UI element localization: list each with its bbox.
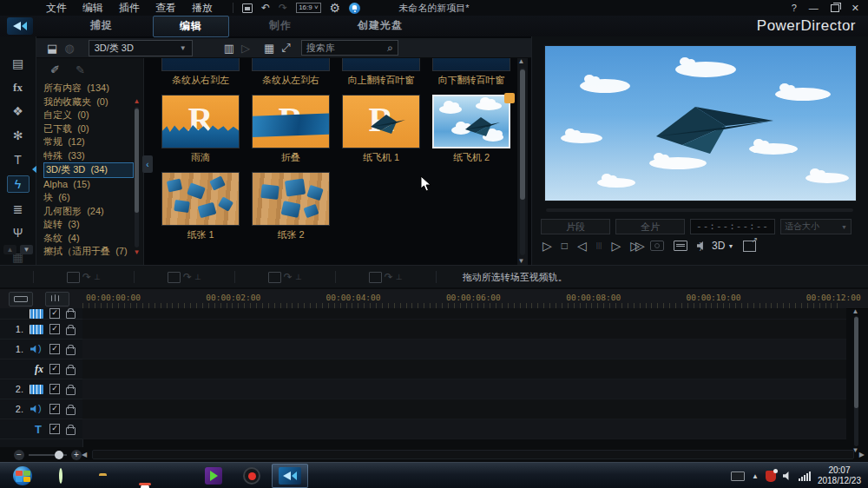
- directorzone-globe-icon[interactable]: ◍: [64, 42, 74, 55]
- track-lock-icon[interactable]: [66, 367, 76, 375]
- category-custom[interactable]: 自定义 (0): [43, 109, 134, 122]
- range-select-button[interactable]: [45, 292, 69, 307]
- tab-edit[interactable]: 编辑: [153, 16, 229, 37]
- track-lock-icon[interactable]: [66, 327, 76, 335]
- rail-scroll-down[interactable]: ▼: [20, 245, 33, 254]
- track-video-2[interactable]: 2. ✓: [0, 379, 82, 399]
- particle-room-icon[interactable]: ✻: [8, 128, 29, 144]
- save-icon[interactable]: [242, 3, 253, 13]
- category-alpha[interactable]: Alpha (15): [43, 178, 134, 192]
- tray-expand-icon[interactable]: ▲: [752, 472, 759, 480]
- track-enable-checkbox[interactable]: ✓: [49, 384, 60, 394]
- tab-produce[interactable]: 制作: [243, 16, 318, 37]
- track-enable-checkbox[interactable]: ✓: [49, 344, 60, 354]
- category-favorites[interactable]: 我的收藏夹 (0): [43, 96, 134, 109]
- scroll-right-arrow[interactable]: ▶: [859, 451, 865, 458]
- pip-objects-room-icon[interactable]: ❖: [8, 103, 29, 120]
- play-button[interactable]: ▷: [542, 240, 552, 252]
- taskbar-media-player[interactable]: [195, 464, 232, 488]
- taskbar-explorer[interactable]: [81, 464, 117, 488]
- title-room-icon[interactable]: T: [8, 151, 29, 168]
- menu-plugins[interactable]: 插件: [111, 1, 148, 16]
- zoom-in-button[interactable]: +: [71, 450, 82, 460]
- fit-size-dropdown[interactable]: 适合大小▼: [780, 219, 852, 234]
- timeline-vertical-scrollbar[interactable]: ▲ ▼: [852, 308, 861, 454]
- stop-button[interactable]: □: [562, 241, 568, 251]
- taskbar-firefox[interactable]: [157, 464, 194, 488]
- scroll-down-arrow[interactable]: ▼: [517, 258, 525, 265]
- track-title[interactable]: ✓: [0, 419, 82, 439]
- movie-mode-button[interactable]: 全片: [615, 219, 685, 234]
- zoom-out-button[interactable]: −: [14, 450, 24, 460]
- track-enable-checkbox[interactable]: ✓: [49, 424, 60, 434]
- track-lock-icon[interactable]: [66, 427, 76, 435]
- timeline-ruler[interactable]: 00:00:00:0000:00:02:0000:00:04:0000:00:0…: [0, 289, 868, 309]
- fast-forward-button[interactable]: ▷▷: [630, 240, 641, 252]
- tab-create-disc[interactable]: 创建光盘: [332, 16, 429, 37]
- thumbnail-size-icon[interactable]: ⤢: [281, 41, 290, 55]
- preview-video[interactable]: [544, 45, 857, 201]
- preview-quality-icon[interactable]: [674, 241, 687, 251]
- scroll-up-arrow[interactable]: ▲: [133, 98, 141, 105]
- input-language-icon[interactable]: [731, 472, 745, 481]
- transition-mode-icon-1[interactable]: ✐: [50, 63, 60, 76]
- category-general[interactable]: 常规 (12): [43, 135, 134, 149]
- antivirus-tray-icon[interactable]: [766, 471, 776, 482]
- network-signal-icon[interactable]: [799, 472, 811, 481]
- collapse-panel-button[interactable]: ‹: [142, 155, 153, 173]
- track-lock-icon[interactable]: [66, 311, 76, 319]
- library-search-input[interactable]: 搜索库⌕: [301, 40, 398, 56]
- taskbar-qq[interactable]: [119, 464, 155, 488]
- settings-gear-icon[interactable]: ⚙: [330, 2, 341, 14]
- taskbar-360-browser[interactable]: [43, 464, 79, 488]
- new-folder-icon[interactable]: ▥: [224, 42, 234, 55]
- menu-file[interactable]: 文件: [38, 1, 75, 16]
- category-rotate[interactable]: 旋转 (3): [43, 218, 134, 232]
- grid-view-icon[interactable]: ▦: [264, 42, 274, 55]
- category-dropdown[interactable]: 3D/类 3D▼: [89, 40, 193, 56]
- help-button[interactable]: ?: [792, 3, 797, 13]
- 3d-mode-button[interactable]: 3D▼: [712, 240, 733, 252]
- track-effect[interactable]: ✓: [0, 359, 82, 379]
- zoom-slider[interactable]: [29, 454, 67, 456]
- track-audio-1[interactable]: 1. ✓: [0, 340, 82, 359]
- voiceover-room-icon[interactable]: Ψ: [8, 225, 29, 241]
- transition-room-icon[interactable]: ϟ: [7, 175, 30, 194]
- undock-preview-icon[interactable]: [743, 241, 756, 252]
- notification-icon[interactable]: [349, 3, 360, 14]
- tray-volume-icon[interactable]: [783, 472, 792, 480]
- scroll-down-arrow[interactable]: ▼: [133, 249, 141, 256]
- menu-play[interactable]: 播放: [184, 1, 220, 16]
- track-enable-checkbox[interactable]: ✓: [49, 324, 60, 334]
- category-3d[interactable]: 3D/类 3D (34): [43, 162, 134, 178]
- snapshot-camera-icon[interactable]: [650, 241, 664, 251]
- minimize-button[interactable]: —: [809, 3, 819, 13]
- timecode-display[interactable]: --:--:--:--: [690, 219, 775, 234]
- rail-scroll-up[interactable]: ▲: [3, 245, 16, 254]
- category-wipe[interactable]: 擦拭（适用于叠 (7): [43, 245, 134, 259]
- track-audio-2[interactable]: 2. ✓: [0, 399, 82, 419]
- track-lock-icon[interactable]: [66, 347, 76, 355]
- taskbar-screen-recorder[interactable]: [233, 464, 270, 488]
- transition-mode-icon-2[interactable]: ✎: [76, 63, 85, 76]
- category-all[interactable]: 所有内容 (134): [43, 82, 134, 96]
- volume-icon[interactable]: [697, 241, 707, 250]
- category-stripe[interactable]: 条纹 (4): [43, 232, 134, 246]
- effect-room-icon[interactable]: fx: [8, 80, 29, 96]
- redo-icon[interactable]: ↷: [279, 3, 287, 13]
- preview-scrubber[interactable]: [546, 208, 853, 212]
- track-manager-button[interactable]: [9, 292, 33, 307]
- next-frame-button[interactable]: ▷: [611, 240, 621, 252]
- taskbar-clock[interactable]: 20:07 2018/12/23: [818, 465, 861, 486]
- start-button[interactable]: [4, 464, 41, 488]
- category-geometric[interactable]: 几何图形 (24): [43, 205, 134, 219]
- library-scrollbar[interactable]: ▲ ▼: [517, 58, 528, 265]
- track-row-partial[interactable]: ✓: [0, 308, 82, 320]
- clip-mode-button[interactable]: 片段: [541, 219, 610, 234]
- jog-button[interactable]: ꔖ: [596, 241, 602, 251]
- menu-view[interactable]: 查看: [148, 1, 184, 16]
- category-block[interactable]: 块 (6): [43, 191, 134, 205]
- track-lock-icon[interactable]: [66, 407, 76, 415]
- upload-icon[interactable]: ▷: [241, 42, 250, 55]
- menu-edit[interactable]: 编辑: [75, 1, 111, 16]
